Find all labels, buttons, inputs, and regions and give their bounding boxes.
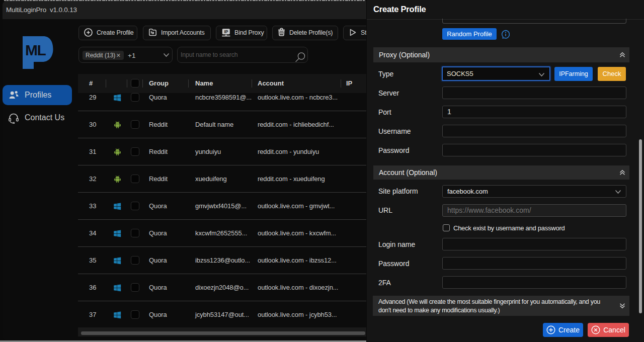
svg-text:IP: IP [224, 29, 228, 34]
svg-text:ML: ML [25, 42, 46, 58]
